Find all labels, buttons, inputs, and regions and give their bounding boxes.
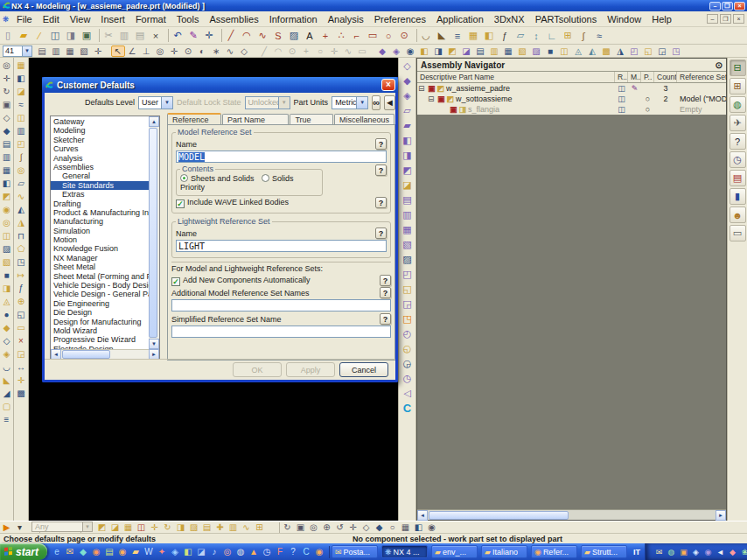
scroll-down-icon[interactable]: ▼ — [149, 339, 159, 349]
refresh-icon[interactable]: ↻ — [281, 522, 294, 533]
fillet-icon[interactable]: ◡ — [418, 29, 434, 43]
n-sided-icon[interactable]: ⬠ — [15, 242, 28, 256]
intersect-icon[interactable]: ◮ — [613, 46, 627, 57]
sketch-icon[interactable]: ▨ — [286, 29, 302, 43]
wireframe-view-icon[interactable]: ○ — [386, 522, 399, 533]
suppress-icon[interactable]: ▨ — [187, 522, 200, 533]
Assemblies[interactable]: Assemblies — [51, 163, 149, 172]
mirror-body-icon[interactable]: ◧ — [15, 72, 28, 85]
language-indicator[interactable]: IT — [629, 548, 645, 556]
swept-icon[interactable]: ◭ — [15, 203, 28, 216]
Mold Wizard[interactable]: Mold Wizard — [51, 326, 149, 335]
M..[interactable]: M.. — [628, 72, 641, 82]
work-layer-combo[interactable]: 41 ▼ — [3, 46, 32, 57]
mid-point-icon[interactable]: ⊥ — [139, 46, 153, 57]
PARTsolutions[interactable]: PARTsolutions — [530, 14, 603, 24]
sketch-fillet-icon[interactable]: ○ — [313, 46, 327, 57]
enlarge-icon[interactable]: ⊕ — [15, 295, 28, 308]
line-icon[interactable]: ╱ — [223, 29, 239, 43]
scrollbar-thumb[interactable] — [429, 511, 569, 520]
P..[interactable]: P.. — [641, 72, 654, 82]
Apply[interactable]: Apply — [286, 362, 335, 377]
offset-face-icon[interactable]: ▥ — [15, 124, 28, 137]
chamfer-icon[interactable]: ◣ — [0, 374, 13, 387]
pad-icon[interactable]: ▧ — [0, 256, 13, 269]
Vehicle Design - General Packaging[interactable]: Vehicle Design - General Packaging — [51, 290, 149, 298]
chevron-down-icon[interactable]: ▼ — [82, 522, 92, 531]
defaults-level-combo[interactable]: User ▼ — [138, 96, 173, 109]
tray-mail-icon[interactable]: ✉ — [654, 547, 664, 557]
msn-icon[interactable]: ◆ — [77, 546, 89, 558]
offset-curve-icon[interactable]: ≡ — [450, 29, 465, 43]
extract-icon[interactable]: ⊞ — [560, 29, 576, 43]
move-object-icon[interactable]: ✛ — [201, 29, 217, 43]
add-component-icon[interactable]: ◩ — [95, 522, 108, 533]
Format[interactable]: Format — [130, 14, 171, 24]
reposition-icon[interactable]: ↻ — [161, 522, 174, 533]
thicken-icon[interactable]: ◲ — [655, 46, 669, 57]
Italiano[interactable]: ▰ Italiano — [481, 545, 527, 558]
wave-geometry-icon[interactable]: ∿ — [240, 522, 253, 533]
scale-icon[interactable]: ◰ — [15, 137, 28, 150]
Vehicle Design - Body Design[interactable]: Vehicle Design - Body Design — [51, 281, 149, 290]
mdi-minimize-button[interactable]: – — [707, 14, 718, 24]
cylinder-icon[interactable]: ◨ — [0, 282, 13, 295]
sketch-constrain-icon[interactable]: ✛ — [327, 46, 341, 57]
offset-sheet-icon[interactable]: ▨ — [400, 252, 415, 267]
scroll-left-icon[interactable]: ◄ — [417, 510, 428, 521]
folder-icon[interactable]: ▰ — [129, 546, 142, 558]
instance-icon[interactable]: ▦ — [15, 59, 28, 72]
snap-point-icon[interactable]: ↖ — [111, 46, 125, 57]
Gateway[interactable]: Gateway — [51, 117, 149, 126]
print-icon[interactable]: ◨ — [63, 29, 79, 43]
part-units-combo[interactable]: Metric ▼ — [332, 96, 368, 109]
create-array-icon[interactable]: ▦ — [122, 522, 135, 533]
move-face-icon[interactable]: ✛ — [15, 374, 28, 387]
shaded-view-icon[interactable]: ◆ — [373, 522, 386, 533]
thread-icon[interactable]: ■ — [543, 46, 557, 57]
intersection-icon[interactable]: ✛ — [167, 46, 181, 57]
delete-face-icon[interactable]: × — [15, 334, 28, 347]
offset-surface-icon[interactable]: ◳ — [15, 256, 28, 269]
vlc-icon[interactable]: ▲ — [248, 546, 260, 558]
zoom-box-icon[interactable]: ◎ — [307, 522, 320, 533]
Motion[interactable]: Motion — [51, 235, 149, 244]
arc-icon[interactable]: ◠ — [239, 29, 255, 43]
ruled-surface-icon[interactable]: ◈ — [400, 88, 415, 103]
sketch-arc-icon[interactable]: ◠ — [271, 46, 285, 57]
boss-icon[interactable]: ◫ — [0, 229, 13, 242]
global-shaping-icon[interactable]: ◴ — [400, 326, 415, 341]
datum-csys-icon[interactable]: ∟ — [544, 29, 560, 43]
point-icon[interactable]: + — [318, 29, 333, 43]
sequence-icon[interactable]: ▥ — [227, 522, 240, 533]
Modeling[interactable]: Modeling — [51, 126, 149, 135]
Insert[interactable]: Insert — [95, 14, 130, 24]
paint-icon[interactable]: ◧ — [182, 546, 194, 558]
revolve-icon[interactable]: ◉ — [0, 203, 13, 216]
quilt-icon[interactable]: ◳ — [400, 312, 415, 326]
sheets-and-solids-radio[interactable]: Sheets and Solids — [180, 174, 255, 183]
ellipse-icon[interactable]: ⊙ — [396, 29, 412, 43]
zoom-icon[interactable]: ◎ — [0, 59, 13, 72]
mate-component-icon[interactable]: ◫ — [135, 522, 148, 533]
help-icon[interactable]: ? — [287, 546, 299, 558]
thread-icon[interactable]: ≡ — [0, 413, 13, 426]
ruled-icon[interactable]: ▱ — [15, 177, 28, 190]
lightweight-name-input[interactable]: LIGHT — [176, 240, 387, 252]
expand-icon[interactable]: ⊟ — [418, 84, 426, 93]
find-default-button[interactable]: ∞ — [372, 95, 380, 110]
tray-sync-icon[interactable]: ◈ — [691, 547, 701, 557]
Simulation[interactable]: Simulation — [51, 227, 149, 235]
draft-icon[interactable]: ◢ — [0, 387, 13, 400]
pan-icon[interactable]: ✛ — [0, 72, 13, 85]
sew-icon[interactable]: ≈ — [15, 98, 28, 111]
NX Manager[interactable]: NX Manager — [51, 254, 149, 262]
fill-surface-icon[interactable]: ◩ — [400, 163, 415, 178]
interpart-link-icon[interactable]: ⊞ — [253, 522, 266, 533]
pan-view-icon[interactable]: ✛ — [346, 522, 360, 533]
Assemblies[interactable]: Assemblies — [204, 14, 263, 24]
reset-button[interactable]: ◄ — [384, 95, 395, 110]
pad-icon[interactable]: ▦ — [501, 46, 515, 57]
navigator-horizontal-scrollbar[interactable]: ◄ ► — [417, 509, 726, 520]
clock-icon[interactable]: ◷ — [261, 546, 273, 558]
